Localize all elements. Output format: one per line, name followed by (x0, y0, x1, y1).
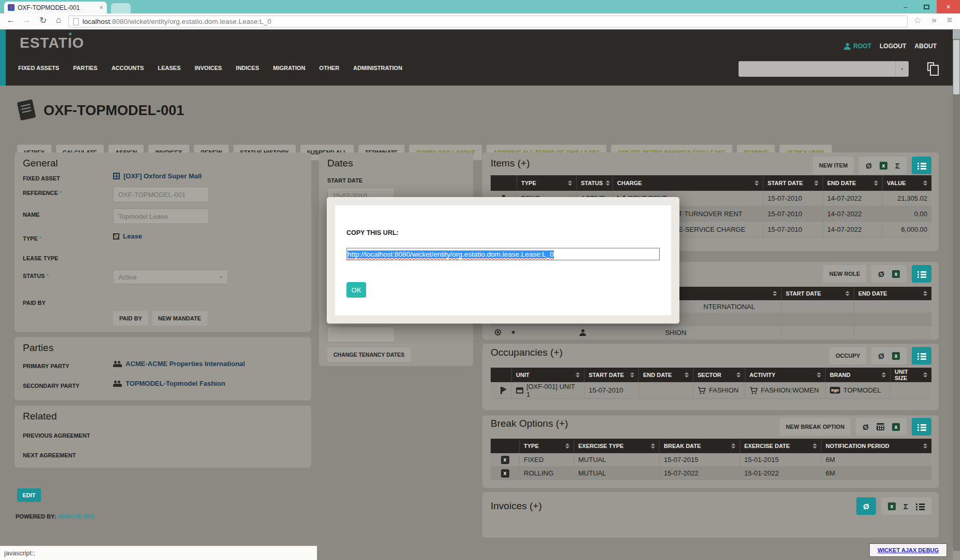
back-icon[interactable]: ← (4, 15, 18, 25)
user-menu[interactable]: ROOT (844, 43, 871, 50)
sort-icon[interactable] (845, 291, 850, 296)
status-select[interactable]: Active▼ (113, 270, 228, 284)
nav-invoices[interactable]: INVOICES (194, 65, 222, 71)
sort-icon[interactable] (923, 443, 927, 449)
page-scrollbar[interactable] (953, 30, 960, 560)
new-mandate-button[interactable]: NEW MANDATE (152, 311, 207, 326)
primary-party-link[interactable]: ACME-ACME Properties International (126, 360, 245, 368)
nav-administration[interactable]: ADMINISTRATION (353, 65, 402, 71)
sort-icon[interactable] (606, 180, 610, 186)
sort-icon[interactable] (874, 180, 878, 186)
header-unit[interactable]: UNIT (511, 368, 584, 382)
header-notification-period[interactable]: NOTIFICATION PERIOD (821, 439, 931, 453)
copy-url-input[interactable]: http://localhost:8080/wicket/entity/org.… (346, 248, 660, 260)
cell-unit[interactable]: [OXF-001] UNIT 1 (511, 382, 584, 398)
logout-link[interactable]: LOGOUT (880, 43, 906, 50)
sort-icon[interactable] (923, 291, 927, 296)
date-input[interactable] (327, 327, 395, 342)
header-start-date[interactable]: START DATE (763, 175, 823, 191)
ok-button[interactable]: OK (346, 282, 366, 298)
nav-other[interactable]: OTHER (319, 65, 340, 71)
estatio-logo[interactable]: ESTATIO (20, 35, 84, 51)
excel-export-icon[interactable]: x (892, 423, 900, 431)
browser-tab[interactable]: E OXF-TOPMODEL-001 × (4, 2, 107, 13)
sort-icon[interactable] (651, 443, 655, 449)
new-tab-button[interactable] (111, 3, 131, 13)
sort-icon[interactable] (773, 291, 777, 296)
window-close-button[interactable]: × (937, 0, 960, 13)
header-unit-size[interactable]: UNIT SIZE (890, 368, 931, 382)
excel-export-icon[interactable]: x (880, 162, 887, 170)
sort-icon[interactable] (630, 372, 634, 377)
nav-leases[interactable]: LEASES (158, 65, 180, 71)
sort-icon[interactable] (755, 180, 759, 186)
list-view-button[interactable] (912, 157, 931, 174)
forward-icon[interactable]: → (20, 15, 33, 25)
header-type[interactable]: TYPE (519, 439, 574, 453)
sort-icon[interactable] (565, 443, 569, 449)
copy-pages-icon[interactable] (927, 62, 934, 71)
scroll-down-arrow[interactable] (953, 551, 960, 560)
apache-isis-link[interactable]: APACHE ISIS (58, 513, 94, 520)
about-link[interactable]: ABOUT (914, 43, 937, 50)
header-exercise-type[interactable]: EXERCISE TYPE (574, 439, 659, 453)
header-end-date[interactable]: END DATE (854, 287, 931, 300)
sigma-icon[interactable]: Σ (903, 502, 908, 511)
nav-fixed-assets[interactable]: FIXED ASSETS (18, 65, 59, 71)
list-icon[interactable] (916, 503, 925, 510)
header-charge[interactable]: CHARGE (613, 175, 763, 191)
header-status[interactable]: STATUS (576, 175, 613, 191)
home-icon[interactable]: ⌂ (52, 15, 65, 25)
header-activity[interactable]: ACTIVITY (745, 368, 825, 382)
url-input[interactable]: localhost:8080/wicket/entity/org.estatio… (68, 16, 908, 27)
sort-icon[interactable] (736, 372, 741, 377)
calendar-icon[interactable] (876, 423, 884, 430)
sigma-icon[interactable]: Σ (895, 161, 900, 170)
eye-slash-icon[interactable]: Ø (862, 423, 869, 431)
sort-icon[interactable] (685, 372, 689, 377)
header-type[interactable]: TYPE (517, 175, 576, 191)
sort-icon[interactable] (568, 180, 572, 186)
eye-slash-icon[interactable]: Ø (878, 352, 884, 360)
bookmark-star-icon[interactable]: ☆ (911, 15, 924, 26)
header-end-date[interactable]: END DATE (823, 175, 882, 191)
new-role-button[interactable]: NEW ROLE (823, 265, 866, 283)
reload-icon[interactable]: ↻ (36, 15, 50, 26)
sort-icon[interactable] (731, 443, 735, 449)
tab-close-icon[interactable]: × (99, 4, 103, 11)
excel-export-icon[interactable]: x (892, 270, 900, 278)
nav-indices[interactable]: INDICES (236, 65, 259, 71)
secondary-party-link[interactable]: TOPMODEL-Topmodel Fashion (126, 380, 225, 387)
occupy-button[interactable]: OCCUPY (829, 347, 866, 365)
break-option-row-fixed[interactable]: x FIXED MUTUAL 15-07-2015 15-01-2015 6M (491, 453, 931, 467)
nav-migration[interactable]: MIGRATION (273, 65, 305, 71)
extensions-chevrons-icon[interactable]: » (927, 15, 941, 25)
header-exercise-date[interactable]: EXERCISE DATE (740, 439, 821, 453)
eye-slash-active-button[interactable]: Ø (856, 497, 876, 515)
sort-icon[interactable] (817, 372, 821, 377)
excel-export-icon[interactable]: x (888, 502, 896, 510)
new-break-option-button[interactable]: NEW BREAK OPTION (780, 418, 851, 436)
header-start-date[interactable]: START DATE (781, 287, 854, 300)
header-sector[interactable]: SECTOR (693, 368, 745, 382)
search-dropdown-icon[interactable]: ▼ (895, 61, 909, 77)
list-view-button[interactable] (912, 265, 931, 283)
search-input[interactable] (739, 61, 895, 77)
eye-slash-icon[interactable]: Ø (866, 161, 872, 170)
roles-row-tenant[interactable]: ♥ SHION (491, 326, 931, 339)
sort-icon[interactable] (882, 372, 886, 377)
nav-accounts[interactable]: ACCOUNTS (112, 65, 144, 71)
reference-input[interactable]: OXF-TOPMODEL-001 (113, 187, 209, 202)
occupancy-row[interactable]: [OXF-001] UNIT 1 15-07-2010 FASHION FASH… (491, 382, 931, 399)
eye-slash-icon[interactable]: Ø (878, 270, 884, 278)
break-option-row-rolling[interactable]: x ROLLING MUTUAL 15-07-2022 15-01-2022 6… (491, 467, 931, 480)
header-end-date[interactable]: END DATE (638, 368, 693, 382)
paid-by-button[interactable]: PAID BY (113, 311, 148, 326)
sort-icon[interactable] (576, 372, 580, 377)
wicket-ajax-debug-link[interactable]: WICKET AJAX DEBUG (869, 543, 947, 557)
header-break-date[interactable]: BREAK DATE (659, 439, 740, 453)
sort-icon[interactable] (814, 180, 818, 186)
excel-export-icon[interactable]: x (892, 352, 900, 360)
change-tenancy-dates-button[interactable]: CHANGE TENANCY DATES (327, 347, 411, 362)
header-start-date[interactable]: START DATE (584, 368, 638, 382)
